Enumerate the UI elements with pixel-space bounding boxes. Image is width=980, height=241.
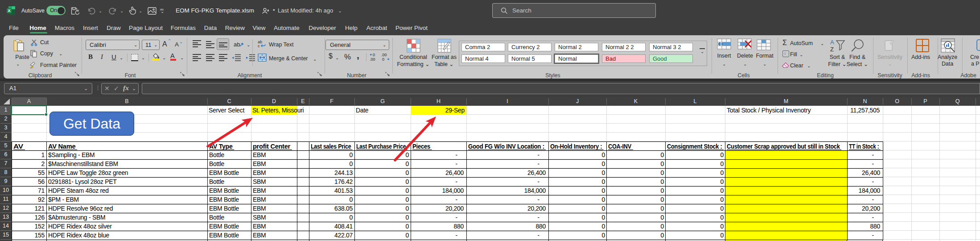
svg-text:ab: ab — [234, 41, 240, 48]
svg-text:Z: Z — [830, 46, 834, 52]
svg-text:.00: .00 — [381, 53, 387, 57]
svg-text:c: c — [258, 44, 260, 48]
svg-text:X: X — [8, 8, 11, 13]
svg-text:A: A — [830, 39, 834, 46]
svg-text:.00: .00 — [370, 57, 375, 62]
svg-text:0: 0 — [382, 57, 384, 62]
svg-text:0: 0 — [373, 53, 375, 57]
